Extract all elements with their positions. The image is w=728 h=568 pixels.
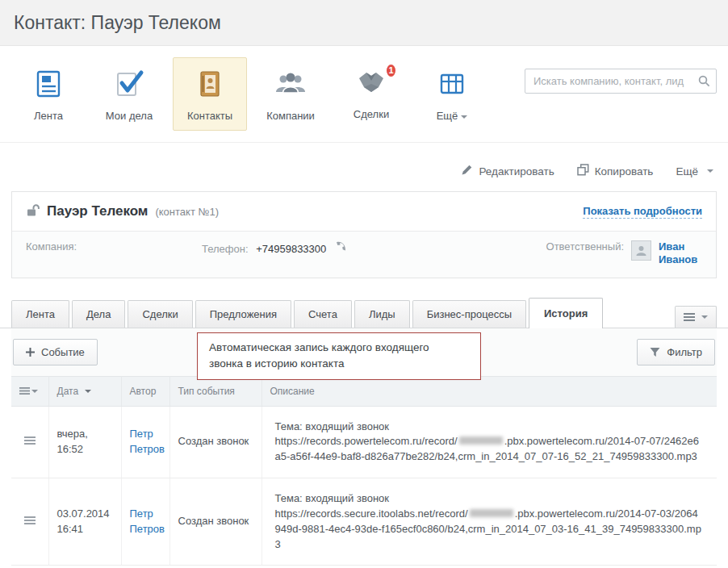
row-menu-button[interactable] [11, 478, 48, 566]
contact-number: (контакт №1) [155, 206, 219, 218]
chevron-down-icon [701, 315, 708, 319]
company-field: Компания: [26, 240, 202, 253]
chevron-down-icon [461, 115, 467, 119]
tab-business-processes[interactable]: Бизнес-процессы [412, 300, 526, 328]
date-column-header[interactable]: Дата [48, 376, 121, 406]
event-date: 03.07.2014 16:41 [48, 478, 121, 566]
event-author: Петр Петров [121, 478, 169, 566]
author-column-header[interactable]: Автор [121, 376, 169, 406]
filter-funnel-icon [650, 347, 660, 357]
tab-quotes[interactable]: Предложения [195, 300, 291, 328]
column-settings-header[interactable] [11, 376, 48, 406]
hamburger-icon [684, 313, 695, 321]
nav-item-my-tasks[interactable]: Мои дела [92, 57, 166, 131]
page-header: Контакт: Пауэр Телеком [0, 0, 728, 46]
avatar [631, 240, 651, 261]
plus-icon [26, 348, 35, 357]
event-date: вчера, 16:52 [48, 406, 121, 478]
contact-card: Пауэр Телеком (контакт №1) Показать подр… [11, 191, 717, 278]
responsible-field: Ответственный: Иван Иванов [546, 240, 702, 267]
event-type: Создан звонок [169, 406, 261, 478]
event-description: Тема: входящий звонок https://records.po… [261, 406, 717, 478]
nav-item-label: Контакты [177, 110, 243, 122]
contact-card-header: Пауэр Телеком (контакт №1) Показать подр… [12, 192, 716, 231]
row-menu-button[interactable] [11, 406, 48, 478]
history-table: Дата Автор Тип события Описание вчера, 1… [11, 376, 717, 566]
nav-item-label: Мои дела [96, 110, 162, 122]
table-row: вчера, 16:52 Петр Петров Создан звонок Т… [11, 406, 717, 478]
author-link[interactable]: Петр Петров [130, 507, 165, 535]
redacted-text [459, 436, 503, 445]
event-subject: Тема: входящий звонок [275, 420, 703, 435]
tab-settings-button[interactable] [675, 306, 717, 328]
tab-deals[interactable]: Сделки [128, 300, 192, 328]
more-grid-icon [437, 69, 467, 101]
contact-name: Пауэр Телеком [47, 203, 148, 219]
responsible-label: Ответственный: [546, 240, 624, 253]
copy-button[interactable]: Копировать [577, 164, 654, 178]
nav-item-deals[interactable]: 1 Сделки [334, 57, 408, 129]
contacts-book-icon [195, 69, 224, 101]
nav-item-more[interactable]: Ещё [415, 57, 489, 131]
author-link[interactable]: Петр Петров [130, 428, 165, 455]
phone-value[interactable]: +74959833300 [256, 243, 326, 255]
nav-item-feed[interactable]: Лента [11, 57, 86, 131]
crm-app: Контакт: Пауэр Телеком Лента Мо [0, 0, 728, 566]
hamburger-icon [24, 436, 36, 445]
filter-button[interactable]: Фильтр [637, 339, 715, 365]
show-details-link[interactable]: Показать подробности [583, 205, 702, 219]
nav-item-label: Ещё [419, 110, 485, 122]
tasks-check-icon [114, 69, 144, 101]
nav-item-label: Компании [257, 110, 324, 122]
tab-tasks[interactable]: Дела [72, 300, 125, 328]
nav-item-contacts[interactable]: Контакты [173, 57, 247, 131]
event-description: Тема: входящий звонок https://records.se… [261, 478, 717, 566]
phone-field: Телефон: +74959833300 [202, 240, 347, 255]
contact-card-fields: Компания: Телефон: +74959833300 Ответств… [12, 231, 716, 278]
deals-handshake-icon: 1 [355, 69, 387, 101]
history-tab-content: Событие Автоматическая запись каждого вх… [11, 328, 717, 566]
search-icon[interactable] [698, 75, 710, 90]
filter-label: Фильтр [667, 346, 702, 358]
chevron-down-icon [31, 390, 38, 393]
call-phone-icon[interactable] [335, 243, 347, 255]
nav-item-label: Лента [15, 110, 82, 122]
event-author: Петр Петров [121, 406, 169, 478]
add-event-label: Событие [41, 346, 85, 358]
deals-count-badge: 1 [385, 63, 397, 78]
global-search [525, 69, 717, 94]
detail-tabs: Лента Дела Сделки Предложения Счета Лиды… [0, 278, 728, 328]
more-actions-button[interactable]: Ещё [676, 165, 713, 178]
recording-url: https://records.secure.itoolabs.net/reco… [275, 507, 703, 553]
feed-icon [34, 69, 63, 101]
table-header-row: Дата Автор Тип события Описание [11, 376, 717, 406]
description-column-header[interactable]: Описание [261, 376, 717, 406]
unlock-icon [26, 204, 40, 219]
copy-button-label: Копировать [595, 165, 654, 178]
type-column-header[interactable]: Тип события [169, 376, 261, 406]
tab-invoices[interactable]: Счета [294, 300, 352, 328]
annotation-callout: Автоматическая запись каждого входящего … [197, 332, 481, 381]
hamburger-icon [24, 516, 36, 524]
edit-button[interactable]: Редактировать [461, 164, 554, 178]
tab-history[interactable]: История [529, 298, 603, 328]
copy-icon [577, 164, 589, 178]
search-input[interactable] [525, 69, 717, 94]
more-actions-label: Ещё [676, 165, 698, 178]
tab-feed[interactable]: Лента [11, 300, 69, 328]
table-row: 03.07.2014 16:41 Петр Петров Создан звон… [11, 478, 717, 566]
edit-button-label: Редактировать [479, 165, 554, 178]
history-toolbar: Событие Автоматическая запись каждого вх… [11, 328, 717, 376]
event-type: Создан звонок [169, 478, 261, 566]
redacted-text [470, 509, 513, 517]
responsible-name-link[interactable]: Иван Иванов [659, 240, 702, 267]
record-action-bar: Редактировать Копировать Ещё [0, 143, 728, 191]
add-event-button[interactable]: Событие [13, 339, 98, 365]
company-label: Компания: [26, 240, 77, 253]
nav-item-companies[interactable]: Компании [253, 57, 328, 131]
page-title: Контакт: Пауэр Телеком [14, 12, 221, 34]
event-subject: Тема: входящий звонок [275, 491, 703, 507]
chevron-down-icon [707, 169, 713, 173]
nav-item-label: Сделки [338, 108, 404, 120]
tab-leads[interactable]: Лиды [354, 300, 410, 328]
